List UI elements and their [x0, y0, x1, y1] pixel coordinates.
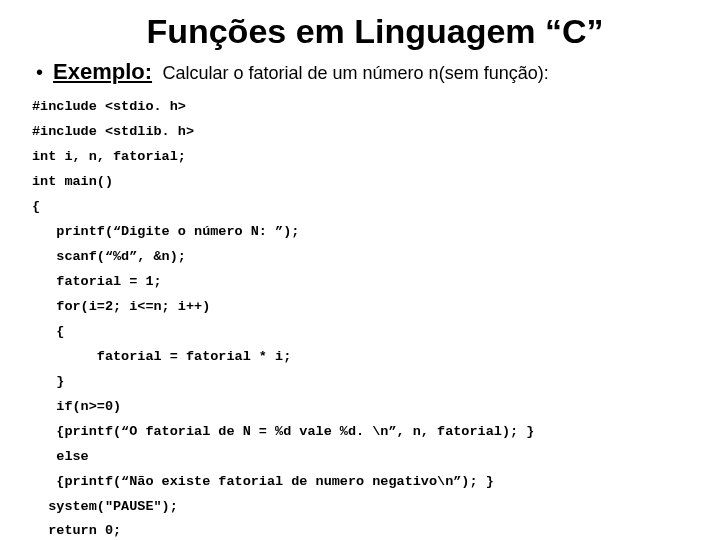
example-bullet: • Exemplo: Calcular o fatorial de um núm… — [36, 59, 692, 85]
code-block: #include <stdio. h> #include <stdlib. h>… — [32, 95, 692, 540]
bullet-icon: • — [36, 62, 43, 82]
example-label: Exemplo: — [53, 59, 152, 84]
slide: Funções em Linguagem “C” • Exemplo: Calc… — [0, 0, 720, 540]
example-description: Calcular o fatorial de um número n(sem f… — [163, 63, 549, 83]
page-title: Funções em Linguagem “C” — [58, 12, 692, 51]
